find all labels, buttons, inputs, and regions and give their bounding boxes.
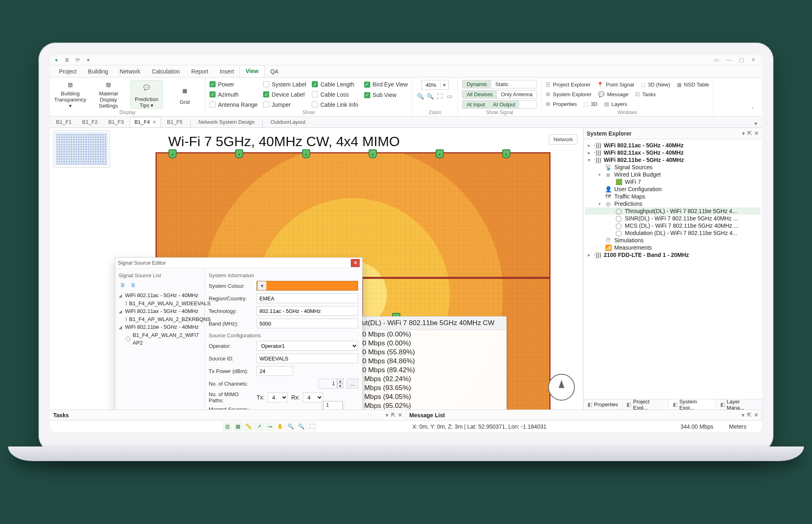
toggle-cable-length[interactable]: ✓Cable Length — [312, 80, 358, 88]
technology-input[interactable] — [257, 306, 358, 316]
zoom-out-tool-icon[interactable]: 🔍 — [297, 422, 306, 431]
window-layers[interactable]: ▤Layers — [604, 99, 627, 108]
ap-icon[interactable] — [436, 149, 444, 158]
copy-source-icon[interactable]: 🗎 — [129, 281, 137, 289]
tree-node[interactable]: ◯Modulation (DL) - WiFi 7 802.11be 5GHz … — [585, 229, 760, 237]
tree-node[interactable]: 🟩WiFi 7 — [585, 178, 760, 185]
seg-static[interactable]: Static — [491, 80, 513, 88]
menu-project[interactable]: Project — [53, 66, 82, 77]
source-item[interactable]: B1_F4_AP_WLAN_2_WDEEVALS — [119, 300, 201, 308]
mimo-rx-select[interactable]: 4 — [303, 392, 323, 402]
source-item[interactable]: B1_F4_AP_WLAN_2_BZKRBQNS — [119, 315, 201, 323]
tree-node[interactable]: 📶Measurements — [585, 244, 760, 251]
tab-outdoorlayout[interactable]: OutdoorLayout — [266, 117, 310, 127]
zoom-fit-icon[interactable]: ⛶ — [436, 92, 444, 100]
stepper-down-icon[interactable]: ▼ — [337, 384, 343, 388]
tree-node[interactable]: ▾≣Wired Link Budget — [585, 171, 760, 178]
toggle-device-label[interactable]: ✓Device Label — [263, 90, 306, 99]
menu-qa[interactable]: QA — [265, 66, 284, 77]
select-tool-icon[interactable]: ▥ — [223, 422, 232, 431]
source-group[interactable]: ◢WiFi 802.11ax - 5GHz - 40MHz — [119, 307, 201, 315]
system-colour-picker[interactable] — [257, 281, 358, 291]
tree-node[interactable]: ◯SINR(DL) - WiFi 7 802.11be 5GHz 40MHz .… — [585, 215, 760, 222]
toggle-jumper[interactable]: Jumper — [263, 100, 306, 109]
minimize-icon[interactable]: — — [726, 57, 732, 63]
explorer-tab-project-expl-[interactable]: ◧Project Expl... — [622, 399, 669, 410]
stepper-up-icon[interactable]: ▲ — [337, 379, 343, 384]
toggle-cable-loss[interactable]: Cable Loss — [312, 90, 358, 99]
tab-b1-f3[interactable]: B1_F3 — [104, 117, 128, 127]
tree-node[interactable]: 📡Signal Sources — [585, 164, 760, 171]
window-3d[interactable]: ⬚3D — [583, 99, 598, 108]
tree-node[interactable]: 👤User Configuration — [585, 185, 760, 193]
pane-pin-icon[interactable]: ⇱ — [747, 412, 752, 418]
pane-pin-icon[interactable]: ⇱ — [391, 412, 395, 418]
seg-dynamic[interactable]: Dynamic — [462, 80, 491, 88]
menu-report[interactable]: Report — [186, 66, 214, 77]
grid-tool-icon[interactable]: ▦ — [233, 422, 242, 431]
fit-tool-icon[interactable]: ⛶ — [307, 422, 316, 431]
window-point-signal[interactable]: 📍Point Signal — [597, 80, 634, 89]
band-input[interactable] — [257, 319, 358, 328]
menu-network[interactable]: Network — [114, 66, 146, 77]
window-project-explorer[interactable]: ☰Project Explorer — [546, 80, 590, 89]
zoom-1-1-icon[interactable]: ▭ — [445, 92, 454, 100]
customize-dd-icon[interactable]: ▾ — [84, 56, 92, 64]
tx-power-input[interactable] — [257, 366, 293, 376]
source-id-input[interactable] — [257, 354, 358, 363]
mimo-rx-dropdown[interactable]: 12345678 — [323, 401, 343, 410]
tab-close-icon[interactable]: ✕ — [152, 119, 156, 125]
tabstrip-dd-icon[interactable]: ▾ — [752, 119, 760, 127]
tab-b1-f5[interactable]: B1_F5 — [162, 117, 187, 127]
tree-node[interactable]: ▸·)))WiFi 802.11ac - 5GHz - 40MHz — [585, 142, 760, 149]
pane-dd-icon[interactable]: ▾ — [386, 412, 389, 418]
window-properties[interactable]: ⚙Properties — [546, 99, 577, 108]
window-message[interactable]: 💬Message — [598, 90, 628, 99]
menu-calculation[interactable]: Calculation — [146, 66, 186, 77]
toggle-power[interactable]: ✓Power — [209, 80, 257, 88]
system-explorer-tree[interactable]: ▸·)))WiFi 802.11ac - 5GHz - 40MHz▸·)))Wi… — [583, 139, 762, 399]
zoom-in-icon[interactable]: 🔍 — [416, 92, 424, 100]
ap-icon[interactable] — [168, 149, 177, 158]
menu-building[interactable]: Building — [82, 66, 114, 77]
measure-tool-icon[interactable]: 📏 — [244, 422, 253, 431]
add-source-icon[interactable]: 🗎 — [119, 281, 127, 289]
tree-node[interactable]: ▸·)))WiFi 802.11ax - 5GHz - 40MHz — [585, 149, 760, 156]
tree-node[interactable]: ▸·)))2100 FDD-LTE - Band 1 - 20MHz — [585, 251, 760, 259]
seg-at-output[interactable]: At Output — [489, 101, 519, 108]
ap-icon[interactable] — [235, 149, 243, 158]
tab-b1-f2[interactable]: B1_F2 — [78, 117, 102, 127]
source-item[interactable]: B1_F4_AP_WLAN_2_WiFi7 AP2 — [119, 331, 201, 347]
save-icon[interactable]: 🗎 — [63, 56, 71, 64]
network-button[interactable]: Network — [549, 134, 577, 144]
toggle-antenna-range[interactable]: Antenna Range — [209, 100, 257, 109]
channels-more-button[interactable]: … — [347, 379, 358, 388]
close-icon[interactable]: ✕ — [751, 57, 756, 63]
tasks-panel-title[interactable]: Tasks — [53, 412, 69, 418]
tree-node[interactable]: ⏱Simulations — [585, 237, 760, 244]
ap-icon[interactable] — [302, 149, 310, 158]
pane-close-icon[interactable]: ✕ — [754, 412, 758, 418]
collapse-ribbon-icon[interactable]: ˄ — [748, 106, 756, 114]
seg-all-devices[interactable]: All Devices — [462, 91, 497, 98]
explorer-tab-layer-mana-[interactable]: ◧Layer Mana... — [716, 399, 762, 410]
pane-close-icon[interactable]: ✕ — [754, 130, 759, 136]
arrow-tool-icon[interactable]: ↗ — [255, 422, 263, 431]
seg-only-antenna[interactable]: Only Antenna — [497, 91, 537, 98]
zoom-out-icon[interactable]: 🔍 — [426, 92, 434, 100]
ap-icon[interactable] — [502, 149, 510, 158]
zoom-level[interactable]: 40% — [421, 82, 440, 88]
source-group[interactable]: ◢WiFi 802.11be - 5GHz - 40MHz — [119, 323, 201, 331]
toggle-system-label[interactable]: System Label — [263, 80, 306, 88]
hand-tool-icon[interactable]: ✋ — [276, 422, 285, 431]
explorer-tab-properties[interactable]: ◧Properties — [583, 399, 622, 410]
menu-insert[interactable]: Insert — [214, 66, 240, 77]
region-input[interactable] — [257, 293, 358, 303]
prediction-tips[interactable]: 💬Prediction Tips ▾ — [130, 80, 163, 109]
tree-node[interactable]: ◯Throughput(DL) - WiFi 7 802.11be 5GHz 4… — [585, 207, 760, 215]
window-3d-new-[interactable]: ⬚3D (New) — [641, 80, 670, 89]
path-tool-icon[interactable]: ↝ — [265, 422, 274, 431]
channels-stepper[interactable]: 1 ▲▼ — [318, 379, 343, 388]
pane-pin-icon[interactable]: ⇱ — [747, 130, 752, 136]
pane-dd-icon[interactable]: ▾ — [742, 130, 745, 136]
